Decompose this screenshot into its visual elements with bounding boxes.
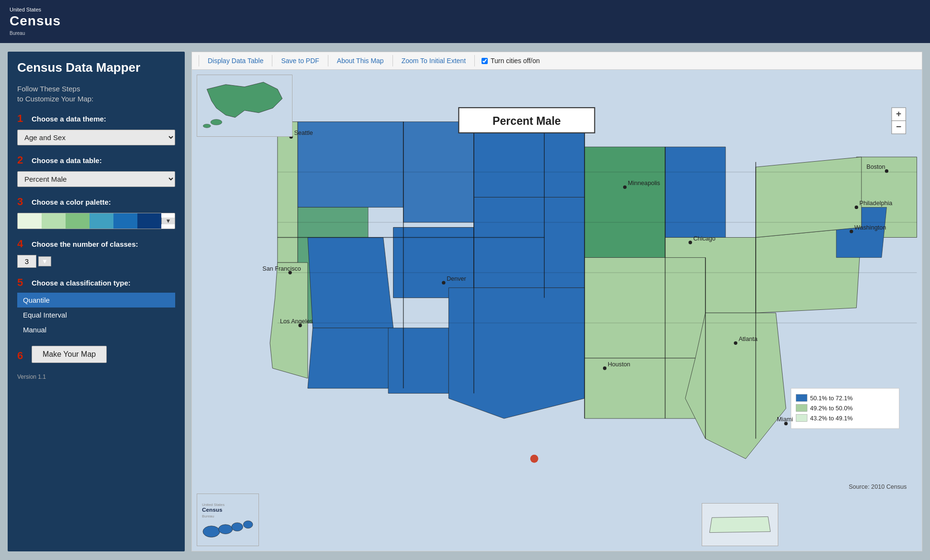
logo-census-text: Census — [10, 13, 61, 29]
step-4-row: 4 Choose the number of classes: — [17, 238, 175, 250]
palette-swatch-3 — [66, 213, 90, 229]
theme-select[interactable]: Age and Sex Race Hispanic Origin Housing… — [17, 130, 175, 145]
svg-text:+: + — [896, 109, 901, 119]
svg-point-54 — [734, 341, 737, 345]
census-logo: United States Census Bureau — [10, 7, 61, 36]
map-area: Display Data Table Save to PDF About Thi… — [191, 52, 922, 551]
make-map-button[interactable]: Make Your Map — [32, 346, 107, 363]
svg-text:Denver: Denver — [447, 275, 466, 282]
svg-point-48 — [623, 186, 627, 189]
hawaii-inset: United States Census Bureau — [197, 494, 259, 546]
svg-text:Bureau: Bureau — [202, 514, 214, 518]
step-2-number: 2 — [17, 154, 28, 166]
svg-text:Miami: Miami — [777, 416, 793, 423]
classification-manual[interactable]: Manual — [17, 322, 175, 337]
svg-text:Seattle: Seattle — [294, 130, 313, 136]
palette-swatch-4 — [90, 213, 113, 229]
classes-input[interactable] — [17, 255, 36, 268]
about-this-map-button[interactable]: About This Map — [328, 55, 393, 66]
classes-control: ▼ — [17, 255, 175, 268]
steps-intro: Follow These Steps to Customize Your Map… — [17, 84, 175, 104]
logo-us-text: United States — [10, 7, 61, 13]
svg-rect-33 — [796, 395, 807, 402]
svg-text:Census: Census — [202, 506, 223, 513]
svg-point-4 — [203, 526, 220, 538]
step-4-number: 4 — [17, 238, 28, 250]
step-2-control: Percent Male Percent Female Median Age — [17, 171, 175, 187]
step-4-control: ▼ — [17, 255, 175, 268]
svg-text:43.2% to 49.1%: 43.2% to 49.1% — [810, 415, 853, 422]
alaska-inset — [197, 75, 292, 137]
main-layout: Census Data Mapper Follow These Steps to… — [0, 43, 930, 560]
turn-cities-checkbox[interactable] — [482, 58, 488, 64]
svg-point-46 — [442, 281, 445, 284]
classification-list: Quantile Equal Interval Manual — [17, 293, 175, 337]
svg-text:Atlanta: Atlanta — [739, 336, 758, 342]
palette-swatch-2 — [42, 213, 66, 229]
step-6-number: 6 — [17, 350, 28, 362]
svg-text:Houston: Houston — [608, 361, 630, 368]
save-to-pdf-button[interactable]: Save to PDF — [272, 55, 328, 66]
palette-selector[interactable]: ▼ — [17, 213, 175, 229]
svg-point-1 — [211, 120, 222, 125]
svg-text:United States: United States — [202, 503, 224, 507]
svg-text:Percent Male: Percent Male — [493, 115, 561, 127]
palette-swatch-6 — [137, 213, 161, 229]
svg-text:Los Angeles: Los Angeles — [280, 318, 313, 325]
table-select[interactable]: Percent Male Percent Female Median Age — [17, 171, 175, 187]
step-3-control: ▼ — [17, 213, 175, 229]
turn-cities-toggle[interactable]: Turn cities off/on — [475, 55, 547, 66]
svg-point-2 — [203, 124, 211, 128]
logo-bureau-text: Bureau — [10, 31, 25, 36]
version-text: Version 1.1 — [17, 373, 175, 380]
svg-text:49.2% to 50.0%: 49.2% to 50.0% — [810, 405, 853, 412]
classification-quantile[interactable]: Quantile — [17, 293, 175, 307]
step-2-row: 2 Choose a data table: — [17, 154, 175, 166]
svg-text:Philadelphia: Philadelphia — [860, 200, 893, 207]
step-3-label: Choose a color palette: — [32, 198, 111, 206]
svg-point-25 — [530, 455, 538, 463]
step-1-number: 1 — [17, 112, 28, 125]
svg-point-58 — [850, 230, 853, 233]
svg-text:Chicago: Chicago — [694, 235, 716, 242]
step-2-label: Choose a data table: — [32, 156, 102, 165]
svg-rect-3 — [197, 494, 258, 546]
palette-swatch-5 — [113, 213, 137, 229]
svg-rect-35 — [796, 405, 807, 412]
svg-text:San Francisco: San Francisco — [262, 265, 301, 272]
svg-text:Boston: Boston — [866, 164, 885, 170]
step-3-number: 3 — [17, 196, 28, 208]
svg-point-56 — [855, 206, 858, 209]
classification-equal-interval[interactable]: Equal Interval — [17, 307, 175, 322]
svg-point-6 — [232, 523, 243, 531]
svg-point-7 — [243, 521, 253, 528]
sidebar-title: Census Data Mapper — [17, 60, 175, 75]
step-1-control: Age and Sex Race Hispanic Origin Housing… — [17, 130, 175, 145]
zoom-to-initial-button[interactable]: Zoom To Initial Extent — [393, 55, 475, 66]
step-1-label: Choose a data theme: — [32, 115, 106, 123]
svg-rect-37 — [796, 415, 807, 422]
svg-text:Minneapolis: Minneapolis — [628, 180, 660, 187]
puerto-rico-inset — [702, 503, 778, 546]
step-6-row: 6 Make Your Map — [17, 346, 175, 366]
step-5-number: 5 — [17, 276, 28, 289]
palette-dropdown-arrow[interactable]: ▼ — [161, 218, 175, 224]
step-1-row: 1 Choose a data theme: — [17, 112, 175, 125]
svg-point-50 — [689, 241, 692, 244]
classes-dropdown[interactable]: ▼ — [38, 256, 51, 266]
turn-cities-label: Turn cities off/on — [491, 57, 540, 65]
svg-point-60 — [885, 169, 888, 173]
map-canvas: United States Census Bureau — [192, 70, 922, 551]
svg-text:50.1% to 72.1%: 50.1% to 72.1% — [810, 395, 853, 402]
svg-text:Source:  2010 Census: Source: 2010 Census — [849, 483, 907, 490]
palette-swatch-1 — [18, 213, 42, 229]
us-map-svg: Percent Male + − 50.1% to 72.1% 49.2% to… — [192, 70, 922, 551]
step-5-row: 5 Choose a classification type: — [17, 276, 175, 289]
app-header: United States Census Bureau — [0, 0, 930, 43]
display-data-table-button[interactable]: Display Data Table — [199, 55, 272, 66]
palette-bar — [18, 213, 161, 229]
sidebar: Census Data Mapper Follow These Steps to… — [8, 52, 185, 551]
svg-point-52 — [603, 366, 606, 370]
step-4-label: Choose the number of classes: — [32, 240, 138, 248]
step-3-row: 3 Choose a color palette: — [17, 196, 175, 208]
